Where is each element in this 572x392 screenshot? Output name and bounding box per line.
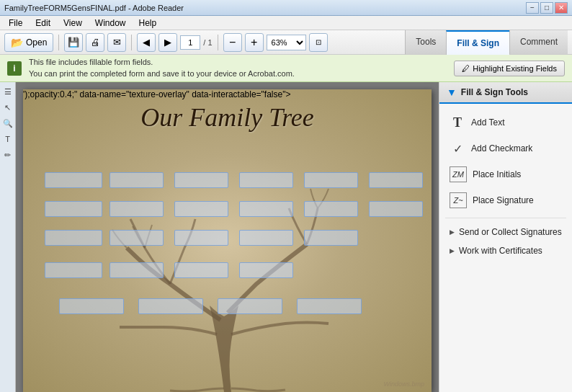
prev-page-button[interactable]: ◀: [137, 33, 156, 52]
form-field-9[interactable]: [174, 201, 228, 217]
place-initials-label: Place Initials: [473, 169, 521, 179]
title-bar: FamilyTreeFORM5GensFINAL.pdf - Adobe Rea…: [0, 0, 572, 16]
form-field-23[interactable]: [138, 298, 203, 314]
open-label: Open: [26, 37, 47, 48]
form-field-11[interactable]: [304, 201, 358, 217]
highlight-fields-button[interactable]: 🖊 Highlight Existing Fields: [454, 61, 565, 76]
email-button[interactable]: ✉: [107, 33, 126, 52]
form-field-13[interactable]: [45, 230, 102, 246]
menu-file[interactable]: File: [3, 17, 28, 30]
form-field-19[interactable]: [110, 262, 164, 278]
page-number-input[interactable]: [180, 35, 200, 50]
annotate-tool[interactable]: ✏: [1, 148, 14, 161]
open-button[interactable]: 📂 Open: [4, 33, 53, 52]
menu-help[interactable]: Help: [133, 17, 163, 30]
fill-sign-icon: ▼: [447, 86, 457, 98]
zoom-in-button[interactable]: +: [245, 33, 264, 52]
notification-icon: i: [7, 61, 22, 76]
separator: [445, 218, 566, 218]
tab-tools[interactable]: Tools: [405, 30, 446, 55]
form-field-22[interactable]: [59, 298, 124, 314]
notification-bar: i This file includes fillable form field…: [0, 55, 572, 82]
form-field-21[interactable]: [239, 262, 293, 278]
pdf-viewer: ');opacity:0.4;" data-name="texture-over…: [16, 82, 439, 392]
menu-bar: File Edit View Window Help: [0, 16, 572, 30]
place-initials-tool[interactable]: ZM Place Initials: [445, 161, 566, 187]
work-certificates-label: Work with Certificates: [459, 246, 542, 256]
tab-fill-sign[interactable]: Fill & Sign: [446, 30, 509, 55]
form-field-12[interactable]: [369, 201, 423, 217]
add-text-icon: T: [450, 115, 465, 130]
hand-tool[interactable]: ☰: [1, 85, 14, 98]
place-signature-label: Place Signature: [473, 195, 534, 205]
notif-line-2: You can print the completed form and sav…: [29, 68, 447, 79]
print-button[interactable]: 🖨: [86, 33, 104, 52]
initials-icon: ZM: [450, 166, 467, 182]
pdf-title: Our Family Tree: [140, 102, 314, 133]
right-panel-title: Fill & Sign Tools: [461, 87, 528, 97]
send-collect-section[interactable]: ▶ Send or Collect Signatures: [445, 223, 566, 241]
form-field-6[interactable]: [369, 172, 423, 188]
form-field-25[interactable]: [297, 298, 362, 314]
add-checkmark-tool[interactable]: ✓ Add Checkmark: [445, 135, 566, 161]
signature-icon: Z~: [450, 192, 467, 208]
cursor-tool[interactable]: ↖: [1, 101, 14, 114]
arrow-right-icon-2: ▶: [450, 247, 455, 254]
pdf-page: ');opacity:0.4;" data-name="texture-over…: [23, 89, 432, 392]
top-tabs: Tools Fill & Sign Comment: [405, 30, 568, 55]
main-area: ☰ ↖ 🔍 T ✏ ');opacity:0.4;" data-name="te…: [0, 82, 572, 392]
save-button[interactable]: 💾: [64, 33, 83, 52]
form-field-3[interactable]: [174, 172, 228, 188]
form-field-24[interactable]: [218, 298, 282, 314]
form-field-20[interactable]: [174, 262, 228, 278]
tab-comment[interactable]: Comment: [509, 30, 568, 55]
add-text-tool[interactable]: T Add Text: [445, 110, 566, 135]
right-panel: ▼ Fill & Sign Tools T Add Text ✓ Add Che…: [439, 82, 572, 392]
notif-line-1: This file includes fillable form fields.: [29, 57, 447, 68]
watermark-text: Windows.bmp: [384, 380, 424, 388]
arrow-right-icon: ▶: [450, 228, 455, 236]
checkmark-icon: ✓: [450, 141, 465, 156]
left-sidebar: ☰ ↖ 🔍 T ✏: [0, 82, 16, 392]
zoom-selector[interactable]: 63% 100% 150%: [267, 35, 306, 50]
maximize-button[interactable]: □: [540, 2, 553, 14]
right-panel-tools: T Add Text ✓ Add Checkmark ZM Place Init…: [439, 104, 572, 266]
send-collect-label: Send or Collect Signatures: [459, 227, 562, 237]
fit-page-button[interactable]: ⊡: [309, 33, 328, 52]
form-field-5[interactable]: [304, 172, 358, 188]
minimize-button[interactable]: −: [526, 2, 539, 14]
separator-2: [131, 35, 132, 50]
form-field-18[interactable]: [45, 262, 102, 278]
form-field-2[interactable]: [110, 172, 164, 188]
separator-1: [58, 35, 59, 50]
place-signature-tool[interactable]: Z~ Place Signature: [445, 187, 566, 213]
form-field-16[interactable]: [239, 230, 293, 246]
text-tool[interactable]: T: [1, 133, 14, 146]
add-text-label: Add Text: [471, 117, 504, 128]
menu-window[interactable]: Window: [89, 17, 132, 30]
form-field-8[interactable]: [110, 201, 164, 217]
close-button[interactable]: ✕: [555, 2, 568, 14]
highlight-icon: 🖊: [462, 64, 470, 73]
form-field-10[interactable]: [239, 201, 293, 217]
form-field-17[interactable]: [304, 230, 358, 246]
separator-3: [218, 35, 218, 50]
add-checkmark-label: Add Checkmark: [471, 143, 532, 153]
window-title: FamilyTreeFORM5GensFINAL.pdf - Adobe Rea…: [4, 4, 184, 12]
next-page-button[interactable]: ▶: [158, 33, 177, 52]
page-count: / 1: [203, 38, 212, 47]
work-certificates-section[interactable]: ▶ Work with Certificates: [445, 241, 566, 260]
form-field-7[interactable]: [45, 201, 102, 217]
zoom-out-button[interactable]: −: [223, 33, 242, 52]
folder-icon: 📂: [11, 37, 23, 48]
form-field-4[interactable]: [239, 172, 293, 188]
menu-view[interactable]: View: [58, 17, 88, 30]
form-field-14[interactable]: [110, 230, 164, 246]
form-field-15[interactable]: [174, 230, 228, 246]
right-panel-header: ▼ Fill & Sign Tools: [439, 82, 572, 104]
highlight-fields-label: Highlight Existing Fields: [473, 64, 557, 73]
menu-edit[interactable]: Edit: [30, 17, 56, 30]
form-field-1[interactable]: [45, 172, 102, 188]
window-controls: − □ ✕: [526, 2, 568, 14]
zoom-tool[interactable]: 🔍: [1, 117, 14, 130]
